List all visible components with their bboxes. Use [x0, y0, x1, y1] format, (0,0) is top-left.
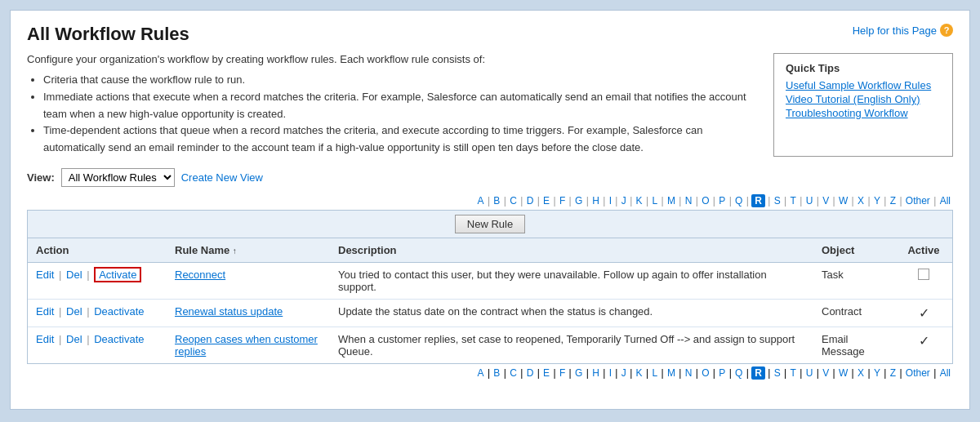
alpha-letter-t[interactable]: T	[791, 367, 796, 379]
sep1-2: |	[56, 333, 65, 345]
alpha-letter-p[interactable]: P	[719, 195, 725, 207]
alpha-letter-x[interactable]: X	[858, 195, 864, 207]
alpha-letter-k[interactable]: K	[636, 367, 643, 379]
table-header-row: Action Rule Name ↑ Description Object Ac…	[28, 238, 952, 263]
alpha-letter-c[interactable]: C	[510, 367, 517, 379]
sort-arrow: ↑	[233, 247, 237, 255]
alpha-separator: |	[931, 195, 939, 207]
alpha-letter-a[interactable]: A	[478, 367, 484, 379]
alpha-letter-m[interactable]: M	[667, 195, 675, 207]
alpha-letter-a[interactable]: A	[478, 195, 484, 207]
action-cell-0: Edit | Del | Activate	[28, 262, 167, 299]
create-new-view-link[interactable]: Create New View	[181, 171, 263, 184]
help-icon: ?	[940, 24, 953, 37]
alpha-letter-o[interactable]: O	[702, 195, 709, 207]
alpha-letter-h[interactable]: H	[592, 367, 599, 379]
alpha-letter-o[interactable]: O	[702, 367, 709, 379]
alpha-letter-i[interactable]: I	[609, 195, 612, 207]
col-header-object: Object	[813, 238, 895, 263]
alpha-letter-l[interactable]: L	[652, 195, 657, 207]
alpha-letter-i[interactable]: I	[609, 367, 612, 379]
quick-tip-link-3[interactable]: Troubleshooting Workflow	[786, 107, 908, 119]
page-container: All Workflow Rules Help for this Page ? …	[10, 10, 970, 410]
alpha-letter-n[interactable]: N	[685, 367, 693, 379]
alpha-letter-e[interactable]: E	[543, 195, 550, 207]
alpha-letter-q[interactable]: Q	[735, 367, 742, 379]
quick-tips-title: Quick Tips	[786, 62, 941, 74]
alpha-letter-v[interactable]: V	[822, 195, 829, 207]
alpha-letter-n[interactable]: N	[685, 195, 693, 207]
alpha-letter-other[interactable]: Other	[906, 367, 930, 379]
alpha-letter-w[interactable]: W	[839, 195, 848, 207]
alpha-separator: |	[897, 367, 905, 379]
alpha-letter-e[interactable]: E	[543, 367, 550, 379]
alpha-letter-t[interactable]: T	[791, 195, 796, 207]
description-item-1: Criteria that cause the workflow rule to…	[43, 72, 757, 89]
alpha-letter-v[interactable]: V	[822, 367, 829, 379]
alpha-letter-d[interactable]: D	[527, 195, 534, 207]
action-del-0[interactable]: Del	[66, 269, 82, 281]
rule-link-1[interactable]: Renewal status update	[175, 305, 283, 318]
action-edit-0[interactable]: Edit	[36, 269, 54, 281]
action-deactivate-1[interactable]: Deactivate	[94, 305, 144, 318]
alpha-letter-g[interactable]: G	[575, 195, 582, 207]
action-del-2[interactable]: Del	[66, 333, 82, 345]
rule-link-0[interactable]: Reconnect	[175, 269, 225, 281]
alpha-separator: |	[765, 195, 773, 207]
alpha-letter-u[interactable]: U	[806, 195, 813, 207]
alpha-letter-m[interactable]: M	[667, 367, 675, 379]
alpha-separator: |	[743, 367, 751, 379]
col-header-action: Action	[28, 238, 167, 263]
alpha-letter-y[interactable]: Y	[874, 367, 880, 379]
quick-tip-item-1: Useful Sample Workflow Rules	[786, 79, 941, 91]
alpha-letter-z[interactable]: Z	[890, 195, 896, 207]
alpha-letter-all[interactable]: All	[940, 367, 951, 379]
alpha-separator: |	[600, 195, 608, 207]
alpha-letter-f[interactable]: F	[559, 367, 565, 379]
action-edit-1[interactable]: Edit	[36, 305, 54, 318]
alpha-letter-k[interactable]: K	[636, 195, 643, 207]
alpha-letter-j[interactable]: J	[621, 195, 626, 207]
alpha-letter-l[interactable]: L	[652, 367, 657, 379]
alpha-letter-u[interactable]: U	[806, 367, 813, 379]
action-edit-2[interactable]: Edit	[36, 333, 54, 345]
alpha-letter-g[interactable]: G	[575, 367, 582, 379]
alpha-letter-other[interactable]: Other	[906, 195, 930, 207]
quick-tip-link-1[interactable]: Useful Sample Workflow Rules	[786, 79, 931, 91]
alpha-letter-h[interactable]: H	[592, 195, 599, 207]
alpha-letter-q[interactable]: Q	[735, 195, 742, 207]
alpha-letter-s[interactable]: S	[774, 195, 781, 207]
alpha-separator: |	[583, 195, 591, 207]
action-activate-0[interactable]: Activate	[94, 267, 141, 282]
active-cell-1: ✓	[895, 299, 952, 326]
alpha-letter-z[interactable]: Z	[890, 367, 896, 379]
description-text: Configure your organization's workflow b…	[27, 53, 757, 65]
rule-link-2[interactable]: Reopen cases when customer replies	[175, 333, 318, 358]
description-cell-1: Update the status date on the contract w…	[330, 299, 813, 326]
alpha-letter-y[interactable]: Y	[874, 195, 880, 207]
alpha-letter-x[interactable]: X	[858, 367, 864, 379]
view-label: View:	[27, 171, 55, 184]
view-select[interactable]: All Workflow Rules	[61, 168, 175, 187]
action-deactivate-2[interactable]: Deactivate	[94, 333, 144, 345]
alpha-letter-c[interactable]: C	[510, 195, 517, 207]
alpha-letter-all[interactable]: All	[940, 195, 951, 207]
alpha-letter-p[interactable]: P	[719, 367, 725, 379]
help-link[interactable]: Help for this Page ?	[853, 24, 953, 37]
alpha-separator: |	[501, 195, 509, 207]
new-rule-button[interactable]: New Rule	[455, 215, 525, 233]
alpha-letter-s[interactable]: S	[774, 367, 781, 379]
col-header-active: Active	[895, 238, 952, 263]
alpha-separator: |	[612, 195, 621, 207]
alpha-letter-b[interactable]: B	[493, 195, 500, 207]
action-del-1[interactable]: Del	[66, 305, 82, 318]
alpha-letter-w[interactable]: W	[839, 367, 848, 379]
alpha-separator: |	[710, 195, 719, 207]
alpha-letter-j[interactable]: J	[621, 367, 626, 379]
checkmark-1: ✓	[919, 306, 929, 320]
alpha-letter-d[interactable]: D	[527, 367, 534, 379]
alpha-letter-f[interactable]: F	[559, 195, 565, 207]
alpha-letter-b[interactable]: B	[493, 367, 500, 379]
object-cell-2: Email Message	[813, 326, 895, 363]
quick-tip-link-2[interactable]: Video Tutorial (English Only)	[786, 93, 920, 105]
